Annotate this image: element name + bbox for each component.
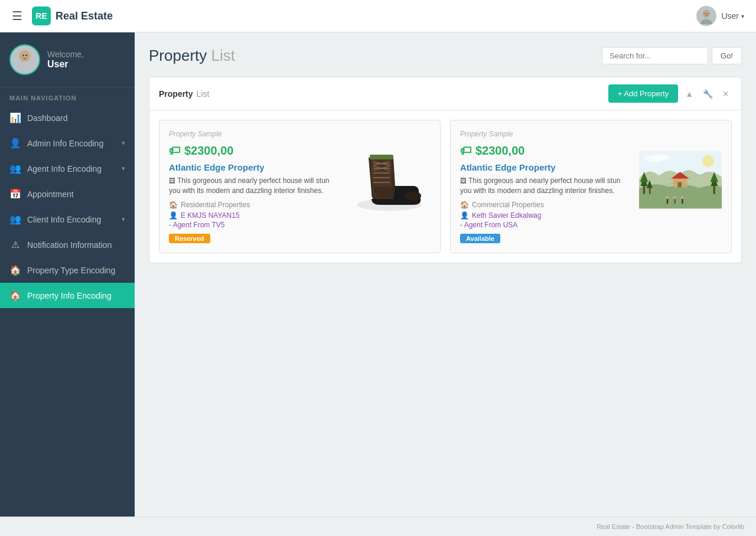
sidebar-item-label: Notification Information: [27, 240, 112, 250]
agent-from: - Agent From USA: [460, 221, 632, 229]
svg-point-3: [705, 13, 706, 14]
page-title: Property List: [149, 47, 235, 65]
property-card-label: Property Sample: [460, 130, 722, 138]
sidebar-item-label: Client Info Encoding: [27, 215, 101, 224]
svg-rect-20: [370, 155, 393, 159]
brand-name: Real Estate: [56, 10, 113, 22]
avatar: [9, 44, 40, 75]
property-card-label: Property Sample: [169, 130, 431, 138]
search-area: Go!: [602, 47, 742, 64]
panel-title: Property List: [159, 89, 209, 99]
panel-title-main: Property: [159, 89, 193, 99]
brand-logo: RE: [32, 6, 51, 25]
sidebar-item-appointment[interactable]: 📅 Appointment: [0, 181, 135, 207]
panel-body: Property Sample 🏷 $2300,00 Atlantic Edge…: [149, 110, 741, 263]
footer: Real Estate - Bootstrap Admin Template b…: [0, 517, 756, 536]
welcome-section: Welcome, User: [47, 50, 84, 70]
price-tag: 🏷 $2300,00: [460, 144, 632, 158]
top-navbar: ☰ RE Real Estate User ▾: [0, 0, 756, 32]
svg-point-21: [405, 191, 421, 201]
property-grid: Property Sample 🏷 $2300,00 Atlantic Edge…: [159, 120, 732, 253]
sidebar: Welcome, User MAIN NAVIGATION 📊 Dashboar…: [0, 32, 135, 517]
hamburger-icon[interactable]: ☰: [12, 9, 22, 23]
property-panel: Property List + Add Property ▲ 🔧 ✕ Prope…: [149, 77, 742, 263]
caret-icon: ▾: [741, 13, 744, 19]
property-image-1: [348, 144, 431, 215]
panel-wrench-icon[interactable]: 🔧: [700, 88, 715, 100]
sidebar-item-label: Property Type Encoding: [27, 266, 115, 275]
svg-point-42: [666, 196, 669, 199]
user-avatar-top: [696, 6, 716, 26]
client-icon: 👥: [9, 214, 21, 225]
svg-rect-30: [713, 185, 715, 194]
page-header: Property List Go!: [149, 47, 742, 65]
property-image-2: [639, 144, 722, 215]
tag-icon: 🏷: [460, 144, 472, 158]
agent-from: - Agent From TV5: [169, 221, 341, 229]
agent-name: E KMJS NAYAN15: [181, 211, 240, 220]
svg-point-8: [17, 64, 33, 73]
agent-icon: 👥: [9, 163, 21, 174]
welcome-label: Welcome,: [47, 50, 84, 59]
svg-rect-45: [682, 198, 683, 203]
property-info-icon: 🏠: [9, 290, 21, 301]
property-description: This gorgeous and nearly perfect house w…: [169, 177, 329, 195]
person-icon: 👤: [460, 211, 469, 220]
admin-icon: 👤: [9, 138, 21, 149]
svg-point-1: [701, 19, 713, 24]
user-dropdown[interactable]: User ▾: [721, 11, 744, 21]
svg-point-5: [19, 50, 30, 61]
price-tag: 🏷 $2300,00: [169, 144, 341, 158]
panel-title-sub: List: [197, 89, 210, 99]
agent-name: Keth Savier Edkalwag: [472, 211, 541, 220]
footer-text: Real Estate - Bootstrap Admin Template b…: [597, 523, 744, 530]
property-name[interactable]: Atlantic Edge Property: [169, 162, 341, 172]
property-type-label: Residential Properties: [181, 201, 250, 209]
sidebar-item-notification[interactable]: ⚠ Notification Information: [0, 232, 135, 257]
panel-close-icon[interactable]: ✕: [720, 88, 732, 100]
svg-rect-25: [643, 185, 645, 194]
property-description: This gorgeous and nearly perfect house w…: [460, 177, 620, 195]
price-value: $2300,00: [184, 144, 233, 158]
sidebar-item-agent-info[interactable]: 👥 Agent Info Encoding ▾: [0, 156, 135, 181]
property-name[interactable]: Atlantic Edge Property: [460, 162, 632, 172]
sidebar-item-client-info[interactable]: 👥 Client Info Encoding ▾: [0, 207, 135, 232]
sidebar-item-label: Agent Info Encoding: [27, 164, 102, 174]
chevron-down-icon: ▾: [122, 165, 125, 172]
notification-icon: ⚠: [9, 239, 21, 250]
topbar-user-label: User: [721, 11, 739, 21]
tag-icon: 🏷: [169, 144, 181, 158]
svg-point-4: [708, 13, 709, 14]
go-button[interactable]: Go!: [712, 47, 742, 64]
home-icon: 🏠: [460, 201, 469, 209]
brand: RE Real Estate: [32, 6, 113, 25]
svg-point-2: [703, 11, 710, 17]
chevron-down-icon: ▾: [122, 215, 125, 223]
sidebar-item-property-info[interactable]: 🏠 Property Info Encoding: [0, 283, 135, 308]
search-input[interactable]: [602, 47, 708, 64]
sidebar-item-label: Property Info Encoding: [27, 291, 111, 300]
home-icon: 🏠: [169, 201, 178, 209]
svg-rect-43: [674, 198, 676, 203]
dashboard-icon: 📊: [9, 112, 21, 123]
sidebar-item-property-type[interactable]: 🏠 Property Type Encoding: [0, 257, 135, 283]
sidebar-user-section: Welcome, User: [0, 32, 135, 87]
appointment-icon: 📅: [9, 188, 21, 200]
sidebar-item-label: Appointment: [27, 189, 74, 199]
svg-point-38: [702, 155, 714, 166]
sidebar-item-dashboard[interactable]: 📊 Dashboard: [0, 105, 135, 130]
sidebar-item-admin-info[interactable]: 👤 Admin Info Encoding ▾: [0, 130, 135, 156]
svg-rect-28: [649, 187, 651, 194]
panel-header: Property List + Add Property ▲ 🔧 ✕: [149, 77, 741, 110]
add-property-button[interactable]: + Add Property: [608, 84, 678, 103]
property-type-label: Commercial Properties: [472, 201, 544, 209]
property-type-icon: 🏠: [9, 264, 21, 276]
price-value: $2300,00: [475, 144, 524, 158]
svg-point-6: [22, 55, 24, 57]
main-layout: Welcome, User MAIN NAVIGATION 📊 Dashboar…: [0, 32, 756, 517]
property-card-2: Property Sample 🏷 $2300,00 Atlantic Edge…: [450, 120, 732, 253]
sidebar-item-label: Admin Info Encoding: [27, 139, 103, 148]
svg-point-40: [654, 154, 670, 160]
panel-up-icon[interactable]: ▲: [683, 88, 696, 100]
panel-actions: + Add Property ▲ 🔧 ✕: [608, 84, 732, 103]
